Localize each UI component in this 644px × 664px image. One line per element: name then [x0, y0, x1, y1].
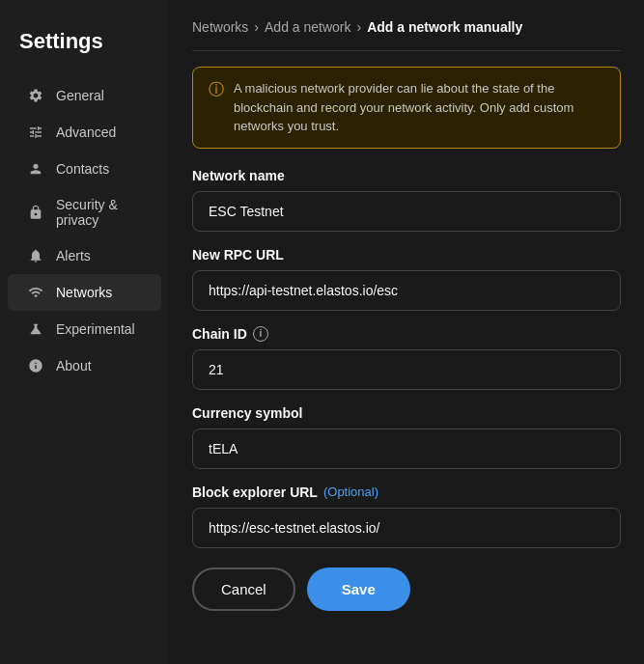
rpc-url-label: New RPC URL [192, 247, 621, 263]
breadcrumb-current: Add a network manually [367, 19, 522, 35]
cancel-button[interactable]: Cancel [192, 567, 295, 611]
currency-symbol-input[interactable] [192, 429, 621, 469]
block-explorer-group: Block explorer URL (Optional) [192, 484, 621, 548]
sidebar-item-experimental-label: Experimental [56, 321, 135, 337]
block-explorer-label: Block explorer URL (Optional) [192, 484, 621, 500]
chain-id-label: Chain ID i [192, 326, 621, 342]
rpc-url-input[interactable] [192, 270, 621, 311]
breadcrumb: Networks › Add a network › Add a network… [192, 19, 621, 35]
breadcrumb-networks[interactable]: Networks [192, 19, 248, 35]
lock-icon [27, 204, 44, 221]
button-row: Cancel Save [192, 567, 621, 611]
chain-id-input[interactable] [192, 349, 621, 390]
rpc-url-group: New RPC URL [192, 247, 621, 311]
person-icon [27, 160, 44, 178]
gear-icon [27, 87, 44, 104]
chain-id-group: Chain ID i [192, 326, 621, 390]
sidebar-item-networks-label: Networks [56, 285, 112, 300]
flask-icon [27, 320, 44, 338]
sidebar-item-contacts[interactable]: Contacts [8, 151, 161, 187]
currency-symbol-group: Currency symbol [192, 405, 621, 469]
sidebar-item-alerts-label: Alerts [56, 248, 91, 263]
sidebar-item-about-label: About [56, 358, 92, 374]
bell-icon [27, 247, 44, 264]
sliders-icon [27, 124, 44, 141]
sidebar-item-security-privacy[interactable]: Security & privacy [8, 187, 161, 237]
sidebar-item-alerts[interactable]: Alerts [8, 237, 161, 274]
warning-icon: ⓘ [209, 80, 224, 100]
currency-symbol-label: Currency symbol [192, 405, 621, 421]
divider [192, 50, 621, 51]
sidebar-item-networks[interactable]: Networks [8, 274, 161, 311]
sidebar-item-advanced[interactable]: Advanced [8, 114, 161, 151]
network-name-input[interactable] [192, 191, 621, 232]
breadcrumb-sep-1: › [254, 19, 259, 35]
sidebar-item-advanced-label: Advanced [56, 124, 116, 140]
sidebar-item-security-privacy-label: Security & privacy [56, 197, 142, 228]
block-explorer-input[interactable] [192, 508, 621, 548]
sidebar-item-about[interactable]: About [8, 347, 161, 384]
sidebar-item-general-label: General [56, 88, 104, 103]
sidebar: Settings General Advanced Contacts Secur… [0, 0, 169, 664]
sidebar-item-experimental[interactable]: Experimental [8, 311, 161, 347]
warning-banner: ⓘ A malicious network provider can lie a… [192, 67, 621, 149]
sidebar-item-contacts-label: Contacts [56, 161, 109, 177]
app-title: Settings [0, 19, 169, 77]
sidebar-item-general[interactable]: General [8, 77, 161, 114]
save-button[interactable]: Save [307, 567, 410, 611]
warning-text: A malicious network provider can lie abo… [234, 79, 604, 136]
network-name-label: Network name [192, 168, 621, 183]
breadcrumb-add-network[interactable]: Add a network [265, 19, 351, 35]
block-explorer-optional: (Optional) [323, 484, 378, 499]
breadcrumb-sep-2: › [357, 19, 362, 35]
network-icon [27, 284, 44, 301]
info-circle-icon [27, 357, 44, 374]
chain-id-info-icon[interactable]: i [253, 326, 268, 342]
network-name-group: Network name [192, 168, 621, 232]
main-content: Networks › Add a network › Add a network… [169, 0, 644, 664]
